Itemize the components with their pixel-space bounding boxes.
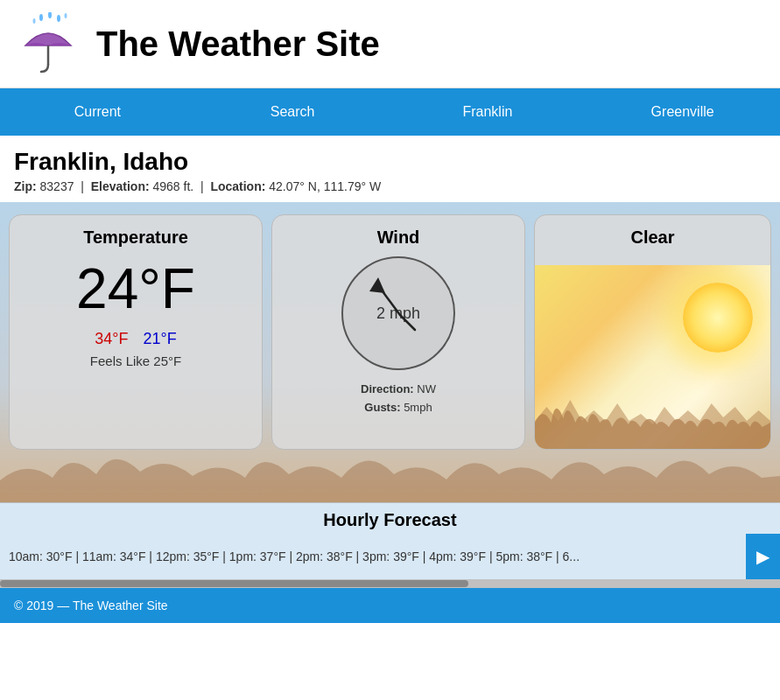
svg-line-8 [377, 284, 400, 315]
nav-item-greenville[interactable]: Greenville [585, 88, 780, 136]
svg-point-4 [65, 13, 67, 18]
wind-card: Wind 2 mph Direction: NW Gusts: 5mph [271, 214, 525, 450]
clear-card-title: Clear [535, 228, 770, 256]
navigation: Current Search Franklin Greenville [0, 88, 780, 136]
svg-point-2 [57, 15, 60, 22]
wind-arrow-svg [343, 258, 457, 372]
wind-details: Direction: NW Gusts: 5mph [361, 381, 436, 417]
umbrella-icon [17, 12, 80, 75]
hourly-title: Hourly Forecast [0, 503, 780, 534]
location-name: Franklin, Idaho [14, 148, 766, 176]
nav-item-franklin[interactable]: Franklin [390, 88, 586, 136]
hourly-scrollbar-thumb[interactable] [0, 580, 468, 587]
svg-line-6 [400, 315, 415, 330]
temperature-card: Temperature 24°F 34°F 21°F Feels Like 25… [9, 214, 263, 450]
hourly-items: 10am: 30°F | 11am: 34°F | 12pm: 35°F | 1… [0, 546, 746, 567]
temp-low: 21°F [144, 330, 177, 347]
svg-point-1 [48, 12, 52, 18]
gusts-label: Gusts: [364, 401, 400, 414]
site-logo [13, 9, 83, 79]
feels-like: Feels Like 25°F [22, 354, 249, 368]
hourly-section: Hourly Forecast 10am: 30°F | 11am: 34°F … [0, 502, 780, 588]
cards-row: Temperature 24°F 34°F 21°F Feels Like 25… [9, 214, 771, 450]
nav-item-current[interactable]: Current [0, 88, 195, 136]
location-label: Location: [210, 179, 265, 193]
clear-sky-image [535, 265, 770, 449]
wind-gusts: 5mph [404, 401, 432, 414]
hourly-next-button[interactable]: ▶ [746, 534, 780, 579]
header: The Weather Site [0, 0, 780, 88]
temp-card-title: Temperature [22, 228, 249, 248]
elevation-label: Elevation: [91, 179, 150, 193]
wind-card-title: Wind [285, 228, 512, 248]
temp-value: 24°F [22, 256, 249, 321]
svg-point-0 [39, 14, 43, 21]
location-details: Zip: 83237 | Elevation: 4968 ft. | Locat… [14, 179, 766, 193]
elevation-value: 4968 ft. [152, 179, 193, 193]
zip-value: 83237 [40, 179, 74, 193]
footer-text: © 2019 — The Weather Site [14, 598, 168, 612]
temp-hilo: 34°F 21°F [22, 330, 249, 348]
tree-silhouettes [535, 379, 770, 449]
temp-high: 34°F [95, 330, 128, 347]
hourly-scroll-wrapper: 10am: 30°F | 11am: 34°F | 12pm: 35°F | 1… [0, 534, 780, 579]
wind-circle: 2 mph [341, 256, 455, 370]
weather-area: Temperature 24°F 34°F 21°F Feels Like 25… [0, 202, 780, 502]
wind-direction: NW [417, 382, 436, 396]
nav-item-search[interactable]: Search [195, 88, 390, 136]
location-section: Franklin, Idaho Zip: 83237 | Elevation: … [0, 136, 780, 202]
zip-label: Zip: [14, 179, 37, 193]
hourly-scrollbar[interactable] [0, 579, 780, 588]
clear-card: Clear [534, 214, 771, 450]
svg-point-3 [33, 18, 36, 24]
weather-background [0, 441, 780, 502]
location-coords: 42.07° N, 111.79° W [269, 179, 381, 193]
direction-label: Direction: [361, 382, 414, 396]
footer: © 2019 — The Weather Site [0, 588, 780, 623]
site-title: The Weather Site [96, 24, 380, 64]
